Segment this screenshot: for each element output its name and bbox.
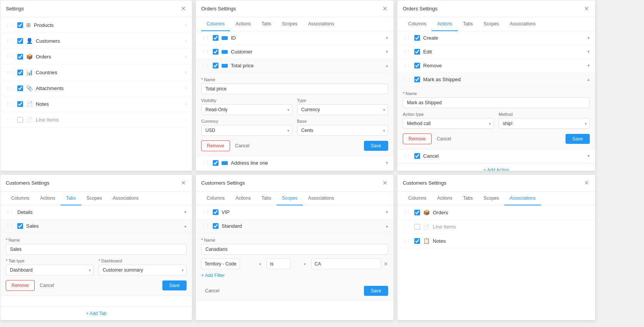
settings-close-button[interactable]: ✕ xyxy=(180,4,187,13)
method-select[interactable]: ship! archive! cancel! xyxy=(499,118,590,129)
action-item-create[interactable]: ⋮⋮ Create ▾ xyxy=(397,31,595,45)
tab-associations[interactable]: Associations xyxy=(303,17,339,31)
currency-select[interactable]: USD EUR GBP xyxy=(201,125,292,136)
tab-act-assoc[interactable]: Actions xyxy=(432,192,457,205)
tab-type-select[interactable]: Dashboard Table Custom xyxy=(6,265,94,275)
tab-name-input[interactable] xyxy=(6,244,187,255)
checkbox-attachments[interactable] xyxy=(17,85,23,91)
tab-col-scopes[interactable]: Columns xyxy=(201,192,230,205)
tab-item-details[interactable]: ⋮⋮ Details ▾ xyxy=(0,205,192,219)
remove-sales-button[interactable]: Remove xyxy=(6,280,35,291)
customers-tabs-close-button[interactable]: ✕ xyxy=(180,179,187,187)
assoc-item-notes[interactable]: ⋮⋮ 📋 Notes xyxy=(397,234,595,248)
checkbox-standard[interactable] xyxy=(213,223,219,229)
scope-item-vip[interactable]: ⋮⋮ VIP ▾ xyxy=(196,205,394,219)
tab-actions-active[interactable]: Actions xyxy=(432,17,457,31)
add-tab-button[interactable]: + Add Tab xyxy=(0,307,192,320)
checkbox-countries[interactable] xyxy=(17,70,23,75)
scope-name-input[interactable] xyxy=(201,244,388,255)
checkbox-notes[interactable] xyxy=(17,101,23,107)
save-standard-button[interactable]: Save xyxy=(364,286,388,296)
base-select[interactable]: Cents Dollars xyxy=(297,125,388,136)
checkbox-col-total-price[interactable] xyxy=(213,63,219,68)
type-select[interactable]: Currency Text Number xyxy=(297,104,388,115)
cancel-total-price-button[interactable]: Cancel xyxy=(231,141,253,151)
action-item-cancel[interactable]: ⋮⋮ Cancel ▾ xyxy=(397,149,595,163)
tab-tabs-assoc[interactable]: Tabs xyxy=(458,192,478,205)
tab-act-customers[interactable]: Actions xyxy=(35,192,60,205)
column-item-id[interactable]: ⋮⋮ ID ▾ xyxy=(196,31,394,45)
assoc-item-orders[interactable]: ⋮⋮ 📦 Orders xyxy=(397,205,595,220)
checkbox-col-customer[interactable] xyxy=(213,49,219,55)
tab-columns-actions[interactable]: Columns xyxy=(403,17,432,31)
tab-assoc-active[interactable]: Associations xyxy=(504,192,541,205)
checkbox-orders[interactable] xyxy=(17,54,23,60)
column-item-address[interactable]: ⋮⋮ Address line one ▾ xyxy=(196,156,394,170)
settings-item-customers[interactable]: ⋮⋮ 👤 Customers › xyxy=(0,33,192,49)
tab-col-assoc[interactable]: Columns xyxy=(403,192,432,205)
tab-scopes-actions[interactable]: Scopes xyxy=(478,17,504,31)
save-total-price-button[interactable]: Save xyxy=(364,141,388,151)
tab-act-scopes[interactable]: Actions xyxy=(230,192,256,205)
tab-assoc-customers[interactable]: Associations xyxy=(107,192,144,205)
tab-scopes-assoc[interactable]: Scopes xyxy=(478,192,504,205)
visibility-select[interactable]: Read-Only Editable Hidden xyxy=(201,104,292,115)
checkbox-edit[interactable] xyxy=(414,49,420,55)
settings-item-orders[interactable]: ⋮⋮ 📦 Orders › xyxy=(0,49,192,65)
name-input[interactable] xyxy=(201,83,388,94)
orders-actions-close-button[interactable]: ✕ xyxy=(583,4,590,13)
orders-columns-close-button[interactable]: ✕ xyxy=(382,4,388,13)
tab-tabs-actions[interactable]: Tabs xyxy=(458,17,478,31)
checkbox-assoc-line-items[interactable] xyxy=(414,224,420,230)
filter-value-input[interactable] xyxy=(311,259,381,269)
filter-field-select[interactable]: Territory - Code Country Status xyxy=(201,259,240,269)
checkbox-mark-shipped[interactable] xyxy=(414,77,420,82)
checkbox-vip[interactable] xyxy=(213,209,219,215)
checkbox-col-id[interactable] xyxy=(213,35,219,41)
tab-scopes[interactable]: Scopes xyxy=(277,17,303,31)
tab-scopes-customers[interactable]: Scopes xyxy=(81,192,107,205)
filter-operator-select[interactable]: is is not contains xyxy=(267,259,291,269)
tab-scopes-active[interactable]: Scopes xyxy=(277,192,303,205)
remove-total-price-button[interactable]: Remove xyxy=(201,140,230,151)
tab-columns[interactable]: Columns xyxy=(201,17,230,31)
checkbox-assoc-orders[interactable] xyxy=(414,210,420,215)
checkbox-action-remove[interactable] xyxy=(414,63,420,68)
checkbox-create[interactable] xyxy=(414,35,420,41)
tab-col-customers[interactable]: Columns xyxy=(6,192,35,205)
cancel-sales-button[interactable]: Cancel xyxy=(36,280,58,290)
checkbox-customers[interactable] xyxy=(17,38,23,44)
checkbox-products[interactable] xyxy=(17,22,23,28)
tab-tabs[interactable]: Tabs xyxy=(256,17,277,31)
checkbox-col-address[interactable] xyxy=(213,160,219,166)
dashboard-select[interactable]: Customer summary Sales report xyxy=(98,265,187,275)
tab-tabs-scopes[interactable]: Tabs xyxy=(256,192,277,205)
filter-clear-button[interactable]: ✕ xyxy=(384,261,388,267)
save-sales-button[interactable]: Save xyxy=(162,280,187,290)
action-item-remove[interactable]: ⋮⋮ Remove ▾ xyxy=(397,59,595,73)
remove-mark-shipped-button[interactable]: Remove xyxy=(403,133,432,144)
scope-item-standard[interactable]: ⋮⋮ Standard ▴ xyxy=(196,219,394,233)
settings-item-notes[interactable]: ⋮⋮ 📄 Notes › xyxy=(0,96,192,112)
customers-assoc-close-button[interactable]: ✕ xyxy=(583,179,590,187)
cancel-standard-button[interactable]: Cancel xyxy=(201,286,223,296)
settings-item-countries[interactable]: ⋮⋮ 📊 Countries › xyxy=(0,65,192,80)
tab-tabs-customers[interactable]: Tabs xyxy=(61,192,81,205)
tab-assoc-scopes[interactable]: Associations xyxy=(303,192,339,205)
add-action-button[interactable]: + Add Action xyxy=(397,163,595,171)
settings-item-line-items[interactable]: ⋮⋮ 📄 Line Items › xyxy=(0,112,192,128)
action-name-input[interactable] xyxy=(403,97,590,108)
checkbox-tab-sales[interactable] xyxy=(17,223,23,229)
tab-associations-actions[interactable]: Associations xyxy=(504,17,541,31)
column-item-customer[interactable]: ⋮⋮ Customer ▾ xyxy=(196,45,394,59)
settings-item-attachments[interactable]: ⋮⋮ 📎 Attachments › xyxy=(0,80,192,96)
customers-scopes-close-button[interactable]: ✕ xyxy=(382,179,388,187)
tab-item-sales[interactable]: ⋮⋮ Sales ▴ xyxy=(0,219,192,233)
add-filter-button[interactable]: + Add Filter xyxy=(201,273,225,278)
action-item-edit[interactable]: ⋮⋮ Edit ▾ xyxy=(397,45,595,59)
checkbox-cancel[interactable] xyxy=(414,153,420,159)
settings-item-products[interactable]: ⋮⋮ ⊞ Products › xyxy=(0,17,192,33)
action-item-mark-shipped[interactable]: ⋮⋮ Mark as Shipped ▴ xyxy=(397,73,595,87)
tab-actions[interactable]: Actions xyxy=(230,17,256,31)
assoc-item-line-items[interactable]: ⋮⋮ 📄 Line Items xyxy=(397,220,595,234)
